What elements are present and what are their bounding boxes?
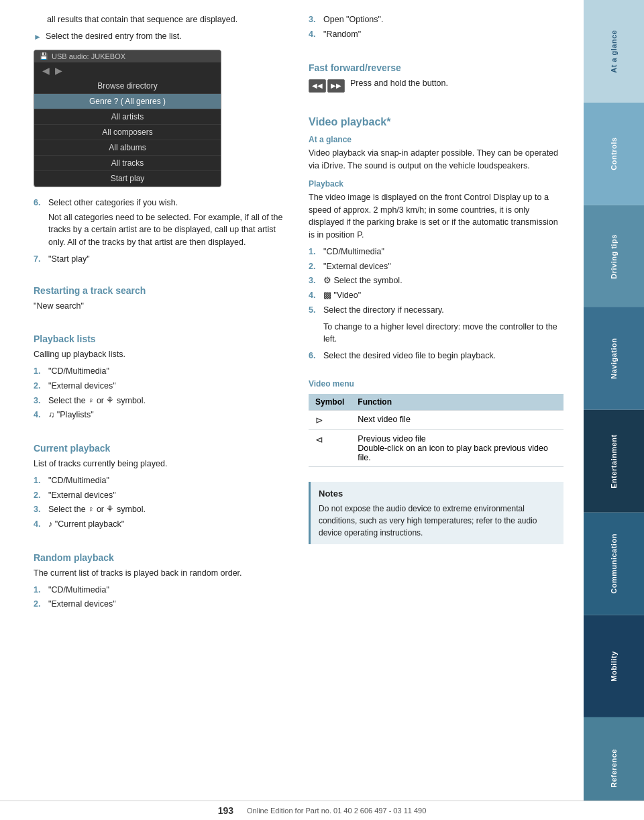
table-header-symbol: Symbol — [309, 394, 351, 411]
next-video-icon: ⊳ — [315, 415, 323, 425]
vp-step4-text: ▩ "Video" — [323, 289, 361, 302]
cp-step4-text: ♪ "Current playback" — [48, 518, 124, 531]
right-col: 3. Open "Options". 4. "Random" Fast forw… — [309, 13, 564, 615]
vp-step1-text: "CD/Multimedia" — [323, 246, 384, 258]
sidebar-label-driving-tips: Driving tips — [610, 234, 618, 279]
pl-step2-text: "External devices" — [48, 380, 116, 393]
usb-item-albums[interactable]: All albums — [34, 140, 221, 156]
step5-detail: To change to a higher level directory: m… — [323, 321, 564, 346]
sidebar-item-entertainment[interactable]: Entertainment — [584, 410, 644, 513]
table-row: ⊲ Previous video file Double-click on an… — [309, 429, 564, 466]
vp-step4: 4. ▩ "Video" — [309, 289, 564, 302]
step6-label: 6. — [34, 197, 48, 209]
usb-item-artists[interactable]: All artists — [34, 109, 221, 125]
ff-buttons: ◀◀ ▶▶ — [309, 79, 345, 93]
left-col: all results that contain that sequence a… — [34, 13, 288, 615]
rp-step4: 4. "Random" — [309, 28, 564, 41]
rp-step4-text: "Random" — [323, 28, 361, 41]
video-playback-steps: 1. "CD/Multimedia" 2. "External devices"… — [309, 246, 564, 317]
arrow-item-text: Select the desired entry from the list. — [46, 30, 182, 43]
random-playback-text: The current list of tracks is played bac… — [34, 567, 288, 580]
step6-item: 6. Select other categories if you wish. — [34, 197, 288, 209]
table-cell-function-1: Next video file — [351, 410, 564, 429]
video-menu-table: Symbol Function ⊳ Next video file — [309, 394, 564, 467]
ff-text: Press and hold the button. — [350, 77, 448, 90]
pl-step4-text: ♫ "Playlists" — [48, 409, 94, 421]
sidebar-item-mobility[interactable]: Mobility — [584, 615, 644, 718]
cp-step3-text: Select the ♀ or ⚘ symbol. — [48, 503, 146, 516]
cp-step2-label: 2. — [34, 489, 48, 502]
playback-subheading: Playback — [309, 179, 564, 189]
vp-step3-label: 3. — [309, 274, 323, 287]
sidebar-label-navigation: Navigation — [610, 338, 618, 379]
sidebar-item-communication[interactable]: Communication — [584, 513, 644, 615]
usb-nav: ◀ ▶ — [34, 62, 221, 79]
arrow-item: ► Select the desired entry from the list… — [34, 30, 288, 43]
pl-step2: 2. "External devices" — [34, 380, 288, 393]
page-container: all results that contain that sequence a… — [0, 0, 644, 820]
fastforward-button[interactable]: ▶▶ — [327, 79, 345, 93]
cp-step1-label: 1. — [34, 474, 48, 487]
rewind-button[interactable]: ◀◀ — [309, 79, 326, 93]
usb-item-genre[interactable]: Genre ? ( All genres ) — [34, 94, 221, 109]
sidebar-item-controls[interactable]: Controls — [584, 103, 644, 205]
step7-label: 7. — [34, 253, 48, 266]
sidebar-item-navigation[interactable]: Navigation — [584, 307, 644, 410]
step7-text: "Start play" — [48, 253, 90, 266]
table-cell-symbol-2: ⊲ — [309, 429, 351, 466]
vp-step2: 2. "External devices" — [309, 260, 564, 273]
usb-item-composers[interactable]: All composers — [34, 125, 221, 140]
rp-step3-text: Open "Options". — [323, 13, 383, 26]
usb-title-bar: 💾 USB audio: JUKEBOX — [34, 50, 221, 62]
random-steps-cont: 3. Open "Options". 4. "Random" — [309, 13, 564, 41]
pl-step1-text: "CD/Multimedia" — [48, 365, 109, 378]
pl-step2-label: 2. — [34, 380, 48, 393]
pl-step3-text: Select the ♀ or ⚘ symbol. — [48, 395, 146, 407]
pl-step3-label: 3. — [34, 395, 48, 407]
vp-step6-text: Select the desired video file to begin p… — [323, 350, 496, 362]
usb-title: USB audio: JUKEBOX — [52, 52, 125, 60]
rp-step3-label: 3. — [309, 13, 323, 26]
main-content: all results that contain that sequence a… — [0, 0, 584, 820]
video-menu-heading: Video menu — [309, 379, 564, 389]
at-a-glance-text: Video playback via snap-in adapter possi… — [309, 147, 564, 172]
step7-item: 7. "Start play" — [34, 253, 288, 266]
rp-step1-text: "CD/Multimedia" — [48, 584, 109, 597]
rp-step1-label: 1. — [34, 584, 48, 597]
cp-step2: 2. "External devices" — [34, 489, 288, 502]
usb-item-browse[interactable]: Browse directory — [34, 79, 221, 94]
sidebar: At a glance Controls Driving tips Naviga… — [584, 0, 644, 820]
rp-step4-label: 4. — [309, 28, 323, 41]
step6-text: Select other categories if you wish. — [48, 197, 178, 209]
sidebar-label-communication: Communication — [610, 533, 618, 594]
table-cell-symbol-1: ⊳ — [309, 410, 351, 429]
at-a-glance-heading: At a glance — [309, 135, 564, 144]
sidebar-item-at-a-glance[interactable]: At a glance — [584, 0, 644, 103]
vp-step6: 6. Select the desired video file to begi… — [309, 350, 564, 362]
vp-step1: 1. "CD/Multimedia" — [309, 246, 564, 258]
current-playback-heading: Current playback — [34, 443, 288, 454]
random-playback-heading: Random playback — [34, 552, 288, 563]
pl-step1: 1. "CD/Multimedia" — [34, 365, 288, 378]
usb-item-tracks[interactable]: All tracks — [34, 156, 221, 171]
random-steps: 1. "CD/Multimedia" 2. "External devices" — [34, 584, 288, 611]
table-cell-function-2: Previous video file Double-click on an i… — [351, 429, 564, 466]
usb-menu-image: 💾 USB audio: JUKEBOX ◀ ▶ Browse director… — [34, 50, 221, 187]
vp-step5-text: Select the directory if necessary. — [323, 304, 444, 317]
cp-step4: 4. ♪ "Current playback" — [34, 518, 288, 531]
nav-right-arrow: ▶ — [52, 65, 65, 76]
usb-item-startplay[interactable]: Start play — [34, 171, 221, 187]
ff-section: ◀◀ ▶▶ Press and hold the button. — [309, 77, 564, 94]
table-row: ⊳ Next video file — [309, 410, 564, 429]
sidebar-label-controls: Controls — [610, 138, 618, 170]
playback-lists-text: Calling up playback lists. — [34, 348, 288, 361]
nav-left-arrow: ◀ — [40, 65, 52, 76]
vp-step6-label: 6. — [309, 350, 323, 362]
pl-step1-label: 1. — [34, 365, 48, 378]
pl-step4: 4. ♫ "Playlists" — [34, 409, 288, 421]
cp-step3: 3. Select the ♀ or ⚘ symbol. — [34, 503, 288, 516]
sidebar-item-driving-tips[interactable]: Driving tips — [584, 205, 644, 308]
table-extra-text: Double-click on an icon to play back pre… — [358, 444, 548, 462]
restarting-text: "New search" — [34, 300, 288, 313]
page-footer: 193 Online Edition for Part no. 01 40 2 … — [0, 801, 644, 820]
